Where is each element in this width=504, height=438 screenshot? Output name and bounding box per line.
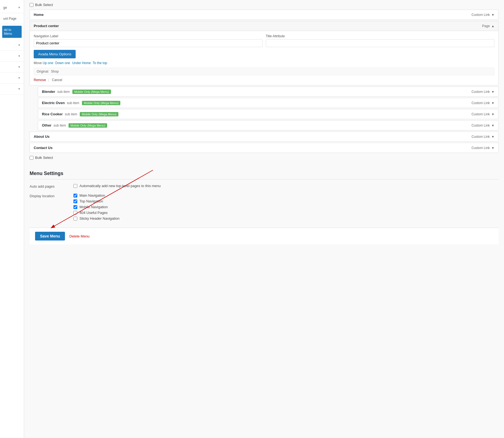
sticky-header-navigation-checkbox[interactable] bbox=[73, 217, 77, 221]
title-attr-group: Title Attribute bbox=[266, 34, 495, 47]
sub-item-blender: Blender sub item Mobile Only (Mega Menu)… bbox=[38, 87, 499, 97]
sidebar-chevron-1[interactable]: ▼ bbox=[0, 40, 24, 51]
menu-item-about-us: About Us Custom Link ▼ bbox=[30, 131, 499, 142]
sub-item-rice-cooker-content: Rice Cooker sub item Mobile Only (Mega M… bbox=[42, 112, 118, 116]
menu-item-contact-us-header[interactable]: Contact Us Custom Link ▼ bbox=[30, 143, 498, 153]
menu-item-contact-us-type: Custom Link ▼ bbox=[471, 146, 494, 150]
sub-item-other-label: sub item bbox=[53, 124, 66, 127]
mobile-navigation-checkbox[interactable] bbox=[73, 205, 77, 209]
bottom-bulk-select-text: Bulk Select bbox=[35, 156, 53, 160]
sub-item-other-title: Other bbox=[42, 123, 52, 127]
product-center-type: Page ▲ bbox=[482, 24, 494, 28]
sub-item-rice-cooker: Rice Cooker sub item Mobile Only (Mega M… bbox=[38, 109, 499, 119]
display-location-row: Display location Main Navigation Top Nav… bbox=[30, 193, 499, 222]
cancel-link[interactable]: Cancel bbox=[52, 78, 62, 82]
chevron-icon-5: ▼ bbox=[18, 87, 21, 90]
move-to-top-link[interactable]: To the top bbox=[93, 61, 107, 65]
sub-item-blender-header[interactable]: Blender sub item Mobile Only (Mega Menu)… bbox=[38, 87, 498, 96]
sub-items-container: Blender sub item Mobile Only (Mega Menu)… bbox=[38, 87, 499, 130]
avada-btn-row: Avada Menu Options bbox=[34, 50, 494, 61]
404-useful-pages-checkbox[interactable] bbox=[73, 211, 77, 215]
menu-item-about-us-header[interactable]: About Us Custom Link ▼ bbox=[30, 132, 498, 141]
sub-item-electric-oven-header[interactable]: Electric Oven sub item Mobile Only (Mega… bbox=[38, 98, 498, 108]
sticky-header-navigation-label: Sticky Header Navigation bbox=[79, 216, 119, 221]
product-center-expanded-body: Navigation Label Title Attribute Avada M… bbox=[30, 31, 498, 85]
avada-menu-options-button[interactable]: Avada Menu Options bbox=[34, 50, 76, 58]
auto-add-label: Auto add pages bbox=[30, 184, 73, 190]
top-navigation-checkbox[interactable] bbox=[73, 199, 77, 203]
rice-cooker-expand-icon: ▼ bbox=[491, 113, 494, 116]
auto-add-checkbox-row: Automatically add new top-level pages to… bbox=[73, 184, 499, 188]
location-top-navigation: Top Navigation bbox=[73, 199, 499, 203]
sidebar-item-ge[interactable]: ge ▼ bbox=[0, 2, 24, 13]
sub-item-other-badge: Mobile Only (Mega Menu) bbox=[69, 123, 107, 128]
bottom-bulk-select-checkbox[interactable] bbox=[30, 156, 33, 160]
menu-settings: Menu Settings Auto add pages Automatical… bbox=[30, 166, 499, 222]
location-404-useful-pages: 404 Useful Pages bbox=[73, 211, 499, 215]
chevron-icon-4: ▼ bbox=[18, 76, 21, 79]
sub-item-blender-content: Blender sub item Mobile Only (Mega Menu) bbox=[42, 90, 111, 94]
original-info: Original: Shop bbox=[34, 68, 494, 75]
sub-item-rice-cooker-badge: Mobile Only (Mega Menu) bbox=[80, 112, 118, 116]
original-label: Original: bbox=[37, 70, 49, 73]
about-us-expand-icon: ▼ bbox=[491, 135, 494, 138]
nav-label-input[interactable] bbox=[34, 39, 263, 47]
sub-item-electric-oven-content: Electric Oven sub item Mobile Only (Mega… bbox=[42, 101, 120, 105]
sidebar-add-to-menu[interactable]: dd to Menu bbox=[2, 26, 22, 38]
bottom-bulk-select-row: Bulk Select bbox=[30, 156, 499, 160]
sub-item-rice-cooker-header[interactable]: Rice Cooker sub item Mobile Only (Mega M… bbox=[38, 109, 498, 119]
move-down-one-link[interactable]: Down one bbox=[55, 61, 70, 65]
form-row-nav: Navigation Label Title Attribute bbox=[34, 34, 494, 47]
sidebar-chevron-4[interactable]: ▼ bbox=[0, 73, 24, 84]
menu-item-home-title: Home bbox=[34, 13, 44, 17]
sub-item-other-header[interactable]: Other sub item Mobile Only (Mega Menu) C… bbox=[38, 121, 498, 130]
save-menu-button[interactable]: Save Menu bbox=[35, 232, 65, 241]
remove-link[interactable]: Remove bbox=[34, 78, 46, 82]
top-bulk-select-checkbox[interactable] bbox=[30, 3, 33, 7]
main-content: Bulk Select Home Custom Link ▼ Product c… bbox=[24, 0, 504, 438]
title-attr-input[interactable] bbox=[266, 39, 495, 47]
menu-item-contact-us-title: Contact Us bbox=[34, 146, 53, 150]
menu-item-product-center: Product center Page ▲ Navigation Label T… bbox=[30, 21, 499, 85]
sub-item-rice-cooker-title: Rice Cooker bbox=[42, 112, 63, 116]
electric-oven-expand-icon: ▼ bbox=[491, 101, 494, 105]
move-up-one-link[interactable]: Up one bbox=[43, 61, 53, 65]
auto-add-content: Automatically add new top-level pages to… bbox=[73, 184, 499, 190]
location-main-navigation: Main Navigation bbox=[73, 193, 499, 197]
sidebar-chevron-5[interactable]: ▼ bbox=[0, 84, 24, 95]
contact-us-expand-icon: ▼ bbox=[491, 146, 494, 150]
move-links-row: Move Up one Down one Under Home To the t… bbox=[34, 61, 494, 65]
display-location-content: Main Navigation Top Navigation Mobile Na… bbox=[73, 193, 499, 222]
top-bulk-select-text: Bulk Select bbox=[35, 3, 53, 7]
sidebar-chevron-2[interactable]: ▼ bbox=[0, 51, 24, 62]
delete-menu-link[interactable]: Delete Menu bbox=[69, 234, 90, 238]
location-sticky-header-navigation: Sticky Header Navigation bbox=[73, 216, 499, 221]
sidebar-chevron-3[interactable]: ▼ bbox=[0, 62, 24, 73]
product-center-title: Product center bbox=[34, 24, 59, 28]
menu-item-about-us-type: Custom Link ▼ bbox=[471, 135, 494, 139]
sub-item-electric-oven: Electric Oven sub item Mobile Only (Mega… bbox=[38, 98, 499, 108]
auto-add-checkbox[interactable] bbox=[73, 184, 77, 188]
display-location-label: Display location bbox=[30, 193, 73, 222]
chevron-icon-3: ▼ bbox=[18, 65, 21, 68]
main-navigation-checkbox[interactable] bbox=[73, 194, 77, 197]
sidebar: ge ▼ unt Page dd to Menu ▼ ▼ ▼ ▼ ▼ bbox=[0, 0, 24, 438]
menu-item-about-us-title: About Us bbox=[34, 134, 50, 139]
menu-item-product-center-header[interactable]: Product center Page ▲ bbox=[30, 21, 498, 31]
original-value: Shop bbox=[51, 70, 59, 73]
sidebar-item-ge-label: ge bbox=[3, 6, 7, 10]
chevron-icon: ▼ bbox=[18, 6, 21, 9]
sub-item-electric-oven-title: Electric Oven bbox=[42, 101, 65, 105]
sub-item-electric-oven-type: Custom Link ▼ bbox=[471, 101, 494, 105]
chevron-icon-2: ▼ bbox=[18, 55, 21, 58]
404-useful-pages-label: 404 Useful Pages bbox=[79, 211, 108, 215]
move-under-home-link[interactable]: Under Home bbox=[72, 61, 91, 65]
sub-item-other: Other sub item Mobile Only (Mega Menu) C… bbox=[38, 120, 499, 130]
top-navigation-label: Top Navigation bbox=[79, 199, 103, 203]
menu-item-contact-us: Contact Us Custom Link ▼ bbox=[30, 143, 499, 153]
top-bulk-select-label[interactable]: Bulk Select bbox=[30, 3, 499, 7]
sub-item-blender-badge: Mobile Only (Mega Menu) bbox=[72, 90, 111, 94]
menu-item-home-header[interactable]: Home Custom Link ▼ bbox=[30, 10, 498, 19]
sub-item-blender-label: sub item bbox=[57, 90, 70, 94]
bottom-bulk-select-label[interactable]: Bulk Select bbox=[30, 156, 499, 160]
